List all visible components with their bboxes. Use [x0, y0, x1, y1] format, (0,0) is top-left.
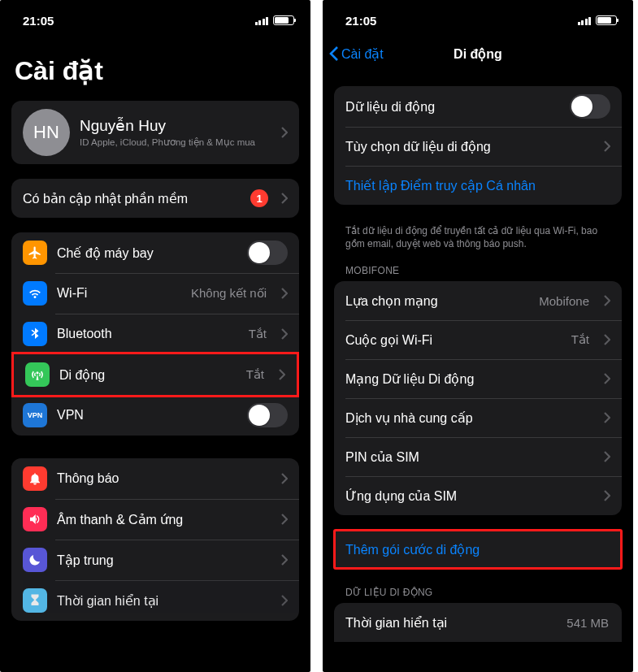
vpn-label: VPN [57, 408, 237, 423]
nav-header: Cài đặt Di động [323, 36, 633, 72]
speaker-icon [23, 507, 47, 531]
hotspot-setup-row[interactable]: Thiết lập Điểm truy cập Cá nhân [334, 166, 622, 205]
sim-pin-row[interactable]: PIN của SIM [334, 437, 622, 476]
chevron-right-icon [604, 371, 610, 387]
cellular-label: Di động [59, 367, 237, 383]
network-selection-label: Lựa chọn mạng [345, 293, 529, 309]
vpn-toggle[interactable] [247, 403, 288, 427]
cellular-row[interactable]: Di động Tắt [11, 352, 299, 397]
add-plan-group: Thêm gói cước di động [334, 530, 622, 569]
chevron-right-icon [281, 124, 288, 141]
bluetooth-row[interactable]: Bluetooth Tắt [11, 314, 299, 354]
chevron-right-icon [281, 285, 288, 301]
notifications-label: Thông báo [57, 471, 268, 486]
wifi-icon [23, 281, 47, 306]
current-period-value: 541 MB [566, 616, 609, 630]
cellular-data-label: Dữ liệu di động [345, 99, 560, 115]
wifi-calling-row[interactable]: Cuộc gọi Wi-Fi Tắt [334, 320, 622, 359]
hourglass-icon [23, 588, 47, 613]
bluetooth-value: Tắt [249, 327, 267, 341]
wifi-calling-label: Cuộc gọi Wi-Fi [345, 332, 562, 348]
sim-applications-row[interactable]: Ứng dụng của SIM [334, 476, 622, 515]
cellular-data-toggle[interactable] [570, 94, 610, 119]
current-period-row[interactable]: Thời gian hiển tại 541 MB [334, 603, 622, 642]
page-title: Cài đặt [0, 36, 310, 101]
back-button[interactable]: Cài đặt [329, 46, 384, 62]
status-bar: 21:05 [323, 0, 633, 36]
cellular-data-network-label: Mạng Dữ liệu Di động [345, 371, 591, 387]
chevron-right-icon [281, 326, 288, 342]
cellular-data-group: Dữ liệu di động Tùy chọn dữ liệu di động… [334, 86, 622, 205]
sounds-label: Âm thanh & Cảm ứng [57, 512, 268, 527]
cellular-options-row[interactable]: Tùy chọn dữ liệu di động [334, 127, 622, 166]
cellular-antenna-icon [25, 362, 50, 387]
profile-group: HN Nguyễn Huy ID Apple, iCloud, Phương t… [11, 101, 299, 164]
wifi-value: Không kết nối [191, 286, 267, 301]
sim-pin-label: PIN của SIM [345, 449, 591, 465]
chevron-right-icon [281, 190, 288, 206]
chevron-right-icon [604, 410, 610, 426]
apple-id-row[interactable]: HN Nguyễn Huy ID Apple, iCloud, Phương t… [11, 101, 299, 164]
notifications-group: Thông báo Âm thanh & Cảm ứng Tập trung T… [11, 458, 299, 621]
vpn-icon: VPN [23, 403, 47, 427]
carrier-section-header: MOBIFONE [323, 262, 633, 281]
back-label: Cài đặt [341, 46, 384, 62]
hotspot-label: Thiết lập Điểm truy cập Cá nhân [345, 178, 610, 193]
status-bar: 21:05 [0, 0, 310, 36]
carrier-services-label: Dịch vụ nhà cung cấp [345, 410, 591, 426]
vpn-row[interactable]: VPN VPN [11, 395, 299, 436]
bell-icon [23, 466, 47, 491]
software-update-group: Có bản cập nhật phần mềm 1 [11, 179, 299, 218]
airplane-icon [23, 241, 47, 265]
add-cellular-plan-row[interactable]: Thêm gói cước di động [334, 530, 622, 569]
airplane-mode-row[interactable]: Chế độ máy bay [11, 232, 299, 273]
signal-icon [255, 15, 269, 25]
moon-icon [23, 548, 47, 572]
sounds-row[interactable]: Âm thanh & Cảm ứng [11, 499, 299, 540]
focus-label: Tập trung [57, 553, 268, 568]
status-time: 21:05 [23, 14, 54, 28]
screentime-row[interactable]: Thời gian hiển tại [11, 580, 299, 621]
chevron-right-icon [604, 293, 610, 309]
profile-subtitle: ID Apple, iCloud, Phương tiện & Mục mua [80, 137, 268, 148]
chevron-right-icon [604, 449, 610, 465]
data-usage-group: Thời gian hiển tại 541 MB [334, 603, 622, 642]
wifi-row[interactable]: Wi-Fi Không kết nối [11, 273, 299, 314]
avatar: HN [23, 109, 70, 156]
software-update-label: Có bản cập nhật phần mềm [23, 191, 241, 206]
chevron-right-icon [281, 552, 288, 568]
carrier-group: Lựa chọn mạng Mobifone Cuộc gọi Wi-Fi Tắ… [334, 281, 622, 515]
screentime-label: Thời gian hiển tại [57, 593, 268, 609]
phone-cellular-detail: 21:05 Cài đặt Di động Dữ liệu di động Tù… [323, 0, 633, 672]
notifications-row[interactable]: Thông báo [11, 458, 299, 499]
software-update-row[interactable]: Có bản cập nhật phần mềm 1 [11, 179, 299, 218]
cellular-data-row[interactable]: Dữ liệu di động [334, 86, 622, 127]
sim-applications-label: Ứng dụng của SIM [345, 488, 591, 504]
bluetooth-label: Bluetooth [57, 327, 239, 341]
add-cellular-plan-label: Thêm gói cước di động [345, 542, 610, 557]
airplane-toggle[interactable] [247, 241, 288, 265]
battery-icon [596, 15, 617, 25]
focus-row[interactable]: Tập trung [11, 540, 299, 580]
update-badge: 1 [250, 189, 268, 207]
phone-settings-root: 21:05 Cài đặt HN Nguyễn Huy ID Apple, iC… [0, 0, 310, 672]
airplane-label: Chế độ máy bay [57, 245, 237, 261]
cellular-data-footnote: Tắt dữ liệu di động để truyền tất cả dữ … [323, 219, 633, 262]
network-selection-row[interactable]: Lựa chọn mạng Mobifone [334, 281, 622, 320]
cellular-options-label: Tùy chọn dữ liệu di động [345, 139, 591, 154]
cellular-value: Tắt [246, 367, 264, 382]
carrier-services-row[interactable]: Dịch vụ nhà cung cấp [334, 398, 622, 437]
chevron-right-icon [604, 332, 610, 348]
chevron-right-icon [281, 592, 288, 609]
data-usage-section-header: DỮ LIỆU DI ĐỘNG [323, 583, 633, 603]
cellular-data-network-row[interactable]: Mạng Dữ liệu Di động [334, 359, 622, 398]
chevron-right-icon [604, 488, 610, 504]
chevron-right-icon [604, 138, 610, 154]
status-indicators [578, 15, 618, 25]
bluetooth-icon [23, 322, 47, 346]
signal-icon [578, 15, 592, 25]
battery-icon [273, 15, 294, 25]
connectivity-group: Chế độ máy bay Wi-Fi Không kết nối Bluet… [11, 232, 299, 436]
chevron-right-icon [279, 366, 285, 383]
chevron-right-icon [281, 470, 288, 487]
